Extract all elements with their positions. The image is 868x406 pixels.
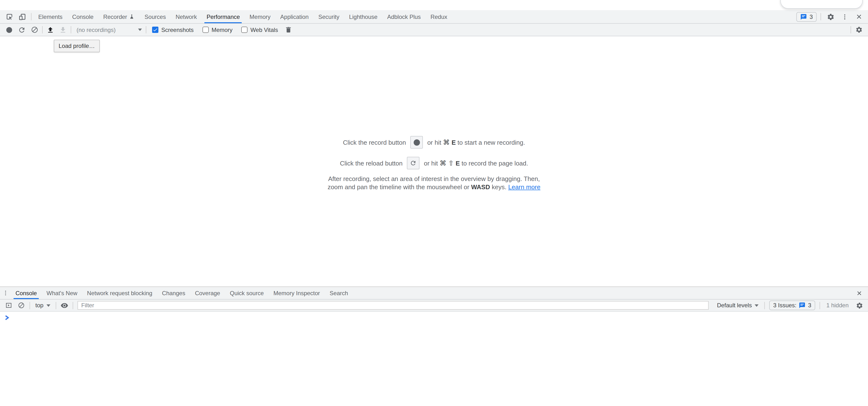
memory-checkbox-label: Memory — [211, 26, 232, 33]
learn-more-link[interactable]: Learn more — [508, 183, 540, 191]
web-vitals-checkbox[interactable] — [241, 27, 248, 33]
load-profile-button[interactable] — [44, 24, 57, 36]
save-profile-button[interactable] — [57, 24, 69, 36]
drawer-tab-console[interactable]: Console — [11, 287, 42, 299]
tab-label: Lighthouse — [349, 13, 377, 20]
inspect-element-button[interactable] — [3, 11, 15, 22]
log-levels-value: Default levels — [717, 302, 752, 309]
log-levels-dropdown[interactable]: Default levels — [713, 302, 762, 309]
close-icon — [857, 290, 862, 296]
record-icon — [413, 139, 420, 145]
live-expression-button[interactable] — [58, 300, 70, 311]
tab-network[interactable]: Network — [171, 10, 202, 23]
web-vitals-checkbox-group[interactable]: Web Vitals — [241, 26, 278, 33]
tabbar-left-icons — [0, 10, 33, 23]
gear-icon — [827, 13, 835, 21]
issues-chat-icon — [799, 302, 806, 309]
main-tabbar: Elements Console Recorder Sources Networ… — [0, 10, 868, 24]
recordings-dropdown[interactable]: (no recordings) — [73, 26, 144, 33]
console-toolbar-separator — [764, 302, 765, 309]
drawer-menu-button[interactable] — [0, 287, 11, 299]
console-filter-input[interactable] — [77, 301, 709, 310]
devtools-settings-button[interactable] — [825, 11, 837, 22]
usage-hint: After recording, select an area of inter… — [0, 175, 868, 191]
tab-lighthouse[interactable]: Lighthouse — [344, 10, 382, 23]
kebab-menu-icon — [2, 290, 8, 296]
trash-icon — [285, 26, 292, 33]
chevron-down-icon — [755, 304, 758, 307]
inline-record-button[interactable] — [410, 136, 423, 148]
tab-label: Application — [280, 13, 309, 20]
tab-console[interactable]: Console — [67, 10, 98, 23]
web-vitals-checkbox-label: Web Vitals — [250, 26, 278, 33]
hidden-messages-label: 1 hidden — [826, 302, 848, 309]
tooltip-text: Load profile… — [59, 42, 95, 49]
drawer: Console What's New Network request block… — [0, 286, 868, 406]
tab-label: Recorder — [103, 13, 127, 20]
drawer-tab-memory-inspector[interactable]: Memory Inspector — [269, 287, 325, 299]
chevron-down-icon — [138, 29, 142, 31]
drawer-tab-changes[interactable]: Changes — [157, 287, 190, 299]
issues-count: 3 — [810, 13, 813, 20]
screenshots-checkbox[interactable] — [152, 27, 158, 33]
clear-console-button[interactable] — [16, 300, 27, 311]
reload-and-record-button[interactable] — [16, 24, 28, 36]
devtools-close-button[interactable] — [853, 11, 865, 22]
tab-security[interactable]: Security — [313, 10, 344, 23]
tab-application[interactable]: Application — [275, 10, 313, 23]
tab-adblock-plus[interactable]: Adblock Plus — [382, 10, 426, 23]
drawer-tab-whats-new[interactable]: What's New — [42, 287, 82, 299]
tab-memory[interactable]: Memory — [245, 10, 275, 23]
console-sidebar-toggle-button[interactable] — [3, 300, 14, 311]
drawer-tabbar: Console What's New Network request block… — [0, 287, 868, 300]
inline-reload-button[interactable] — [407, 157, 420, 169]
devtools-menu-button[interactable] — [839, 11, 850, 22]
record-instruction-row: Click the record button or hit ⌘ E to st… — [0, 136, 868, 148]
drawer-close-button[interactable] — [854, 287, 865, 299]
flask-icon — [129, 14, 135, 20]
capture-settings-button[interactable] — [852, 24, 865, 36]
tab-label: Console — [16, 290, 37, 296]
console-settings-button[interactable] — [854, 300, 865, 311]
tab-label: Network request blocking — [87, 290, 152, 296]
drawer-tab-quick-source[interactable]: Quick source — [225, 287, 269, 299]
gc-trash-button[interactable] — [282, 24, 295, 36]
javascript-context-dropdown[interactable]: top — [32, 302, 53, 309]
tab-recorder[interactable]: Recorder — [98, 10, 140, 23]
context-value: top — [35, 302, 43, 309]
console-toolbar-separator — [56, 302, 56, 309]
record-button[interactable] — [3, 24, 16, 36]
issues-counter-button[interactable]: 3 — [797, 12, 817, 22]
drawer-tab-network-request-blocking[interactable]: Network request blocking — [82, 287, 157, 299]
clear-button[interactable] — [28, 24, 41, 36]
tab-elements[interactable]: Elements — [33, 10, 67, 23]
issues-count: 3 — [808, 302, 811, 309]
tab-sources[interactable]: Sources — [140, 10, 171, 23]
toolbar-separator — [71, 26, 71, 33]
console-messages-pane[interactable] — [0, 312, 868, 406]
console-issues-button[interactable]: 3 Issues: 3 — [769, 301, 815, 310]
recordings-dropdown-value: (no recordings) — [76, 26, 116, 33]
issues-label: 3 Issues: — [773, 302, 796, 309]
console-toolbar-separator — [819, 302, 820, 309]
gear-icon — [856, 302, 863, 309]
inspect-cursor-icon — [6, 13, 13, 20]
load-profile-tooltip: Load profile… — [54, 40, 99, 52]
toolbar-separator — [146, 26, 146, 33]
console-toolbar-separator — [30, 302, 30, 309]
e-key: E — [456, 160, 460, 167]
toolbar-separator — [42, 26, 42, 33]
tabbar-separator — [31, 13, 31, 20]
memory-checkbox-group[interactable]: Memory — [202, 26, 232, 33]
device-toolbar-button[interactable] — [17, 11, 28, 22]
tabbar-right-separator — [820, 13, 821, 20]
screenshots-checkbox-group[interactable]: Screenshots — [152, 26, 193, 33]
e-key: E — [452, 139, 456, 146]
drawer-tab-coverage[interactable]: Coverage — [190, 287, 225, 299]
tab-redux[interactable]: Redux — [426, 10, 452, 23]
wasd-keys: WASD — [471, 183, 490, 191]
drawer-tab-search[interactable]: Search — [325, 287, 353, 299]
memory-checkbox[interactable] — [202, 27, 209, 33]
tab-performance[interactable]: Performance — [202, 10, 245, 23]
console-toolbar: top Default levels 3 Issues: — [0, 300, 868, 312]
